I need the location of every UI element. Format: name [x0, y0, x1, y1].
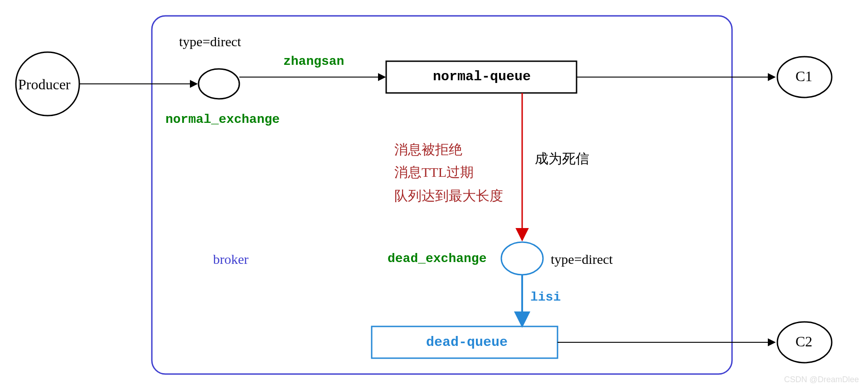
consumer2-label: C2 [795, 333, 812, 350]
dead-routing-key: lisi [530, 290, 561, 304]
dead-reason-3: 队列达到最大长度 [394, 187, 503, 205]
normal-queue-label: normal-queue [433, 69, 531, 84]
normal-exchange-name: normal_exchange [165, 112, 280, 126]
normal-routing-key: zhangsan [283, 54, 344, 68]
dead-queue-label: dead-queue [426, 335, 508, 350]
dead-exchange-node [501, 242, 543, 275]
dead-becomes-label: 成为死信 [535, 150, 589, 168]
dead-reason-1: 消息被拒绝 [394, 141, 462, 159]
dead-exchange-type: type=direct [551, 252, 613, 267]
dead-exchange-name: dead_exchange [388, 252, 486, 266]
consumer1-label: C1 [795, 68, 812, 85]
normal-exchange-type: type=direct [179, 34, 241, 49]
watermark: CSDN @DreamDlee [784, 375, 859, 384]
normal-exchange-node [199, 69, 239, 99]
dead-reason-2: 消息TTL过期 [394, 163, 474, 182]
broker-label: broker [213, 252, 248, 267]
producer-label: Producer [18, 76, 71, 93]
